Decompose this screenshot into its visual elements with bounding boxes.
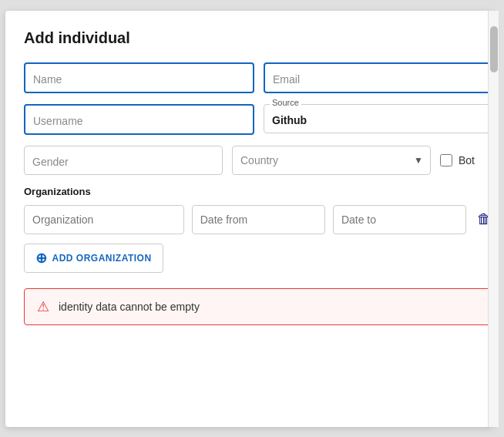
date-from-field <box>192 205 325 234</box>
dialog-title: Add individual <box>24 29 494 47</box>
gender-input[interactable] <box>24 146 223 175</box>
country-field: Country ▼ <box>232 146 431 175</box>
name-field <box>24 62 254 93</box>
bot-label: Bot <box>459 154 475 166</box>
scrollbar[interactable] <box>488 11 499 427</box>
source-label: Source <box>270 98 301 107</box>
add-organization-button[interactable]: ⊕ ADD ORGANIZATION <box>24 244 163 273</box>
organizations-section-label: Organizations <box>24 186 494 197</box>
add-individual-dialog: Add individual Source <box>5 11 494 427</box>
plus-circle-icon: ⊕ <box>35 250 48 267</box>
gender-country-row: Country ▼ Bot <box>24 146 494 175</box>
organization-field <box>24 205 184 234</box>
source-field: Source <box>264 104 494 135</box>
username-field <box>24 104 254 135</box>
source-input[interactable] <box>264 104 494 133</box>
organization-row: 🗑 <box>24 205 494 234</box>
warning-icon: ⚠ <box>37 298 49 315</box>
date-to-field <box>333 205 466 234</box>
error-banner: ⚠ identity data cannot be empty <box>24 288 494 325</box>
country-select[interactable]: Country <box>232 146 431 175</box>
date-from-input[interactable] <box>192 205 325 234</box>
bot-checkbox[interactable] <box>440 154 452 166</box>
add-org-label: ADD ORGANIZATION <box>52 253 152 264</box>
name-email-row <box>24 62 494 93</box>
scrollbar-thumb[interactable] <box>490 26 498 72</box>
date-to-input[interactable] <box>333 205 466 234</box>
username-source-row: Source <box>24 104 494 135</box>
email-field <box>264 62 494 93</box>
gender-field <box>24 146 223 175</box>
username-input[interactable] <box>24 104 254 135</box>
bot-field: Bot <box>440 146 494 175</box>
error-message: identity data cannot be empty <box>59 301 200 313</box>
name-input[interactable] <box>24 62 254 93</box>
email-input[interactable] <box>264 62 494 93</box>
organization-input[interactable] <box>24 205 184 234</box>
